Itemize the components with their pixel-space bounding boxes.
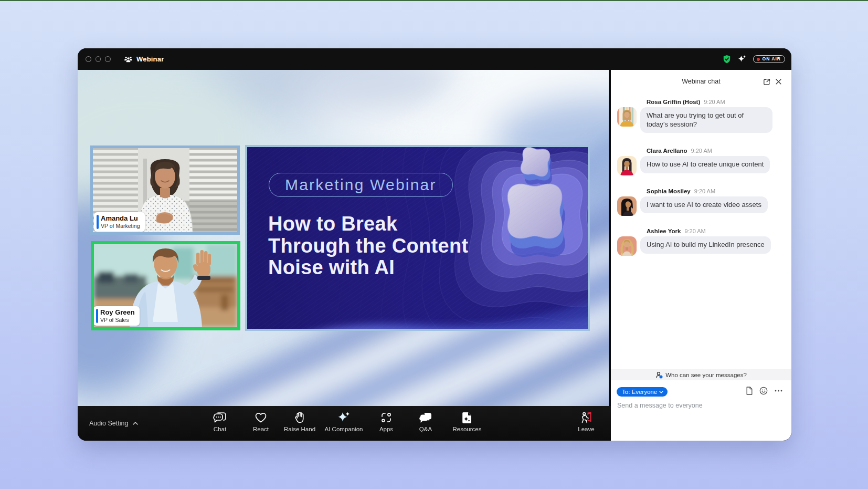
pop-out-icon[interactable] bbox=[763, 78, 770, 86]
toolbar-resources-button[interactable]: Resources bbox=[438, 411, 496, 433]
message-bubble: What are you trying to get out of today’… bbox=[640, 107, 772, 133]
app-title: Webinar bbox=[136, 55, 164, 63]
visibility-note-text: Who can see your messages? bbox=[665, 372, 747, 378]
participant-role: VP of Sales bbox=[100, 317, 135, 324]
message-time: 9:20 AM bbox=[704, 99, 725, 105]
ai-companion-titlebar-icon[interactable] bbox=[737, 55, 747, 64]
chat-header: Webinar chat bbox=[611, 70, 791, 93]
message-input[interactable]: Send a message to everyone bbox=[617, 402, 703, 409]
chat-message: Rosa Griffin (Host)9:20 AM What are you … bbox=[611, 98, 791, 133]
avatar-ashlee bbox=[617, 236, 637, 256]
message-time: 9:20 AM bbox=[694, 188, 715, 194]
resources-icon bbox=[461, 411, 473, 424]
on-air-label: ON AIR bbox=[763, 57, 781, 61]
message-bubble: How to use AI to create unique content bbox=[640, 156, 770, 173]
author-name: Clara Arellano bbox=[647, 148, 687, 154]
chat-message: Ashlee York9:20 AM Using AI to build my … bbox=[611, 227, 791, 254]
chevron-up-icon bbox=[133, 422, 138, 425]
titlebar: Webinar ON AIR bbox=[78, 48, 791, 70]
window-close-button[interactable] bbox=[86, 56, 91, 62]
avatar-rosa bbox=[617, 107, 637, 127]
message-author: Rosa Griffin (Host)9:20 AM bbox=[640, 98, 791, 106]
toolbar-item-label: Resources bbox=[453, 426, 482, 433]
toolbar-item-label: React bbox=[253, 426, 269, 433]
nametag-amanda: Amanda Lu VP of Marketing bbox=[94, 212, 145, 232]
security-shield-icon[interactable] bbox=[723, 55, 731, 64]
window-zoom-button[interactable] bbox=[105, 56, 111, 62]
chevron-down-icon bbox=[659, 391, 663, 393]
chat-message: Clara Arellano9:20 AM How to use AI to c… bbox=[611, 147, 791, 173]
webinar-app-window: Webinar ON AIR bbox=[78, 48, 791, 441]
nametag-roy: Roy Green VP of Sales bbox=[93, 306, 140, 326]
heart-icon bbox=[255, 411, 267, 424]
participant-name: Amanda Lu bbox=[101, 214, 140, 223]
slide-title-line: How to Break bbox=[268, 213, 468, 235]
on-air-badge: ON AIR bbox=[753, 55, 785, 63]
slide-badge: Marketing Webinar bbox=[269, 173, 453, 197]
toolbar-item-label: Raise Hand bbox=[284, 426, 315, 433]
message-bubble: I want to use AI to create video assets bbox=[640, 196, 768, 214]
message-author: Ashlee York9:20 AM bbox=[640, 227, 791, 235]
toolbar-leave-button[interactable]: Leave bbox=[557, 411, 615, 433]
toolbar-item-label: Leave bbox=[578, 426, 594, 433]
participant-role: VP of Marketing bbox=[101, 223, 140, 230]
message-bubble: Using AI to build my LinkedIn presence bbox=[640, 236, 771, 254]
avatar-clara bbox=[617, 156, 637, 175]
emoji-icon[interactable] bbox=[759, 387, 768, 395]
webinar-people-icon bbox=[124, 55, 133, 63]
recipient-label: To: Everyone bbox=[622, 389, 657, 395]
raise-hand-icon bbox=[294, 411, 305, 424]
slide-title-line: Noise with AI bbox=[268, 257, 468, 279]
participant-name: Roy Green bbox=[100, 308, 135, 317]
message-author: Sophia Mosiley9:20 AM bbox=[640, 188, 791, 195]
person-check-icon bbox=[655, 371, 663, 379]
message-time: 9:20 AM bbox=[691, 148, 712, 154]
chat-message-list: Rosa Griffin (Host)9:20 AM What are you … bbox=[611, 98, 791, 268]
author-name: Rosa Griffin (Host) bbox=[647, 99, 700, 105]
toolbar-item-label: Apps bbox=[379, 426, 393, 433]
audio-setting-label: Audio Setting bbox=[89, 420, 128, 427]
on-air-record-dot bbox=[757, 58, 760, 61]
window-minimize-button[interactable] bbox=[96, 56, 101, 62]
leave-icon bbox=[580, 411, 592, 424]
screen-top-line bbox=[0, 0, 868, 1]
ai-companion-icon bbox=[337, 411, 351, 424]
author-name: Sophia Mosiley bbox=[647, 188, 691, 194]
avatar-sophia bbox=[617, 196, 637, 216]
qa-icon bbox=[419, 411, 432, 424]
message-visibility-bar[interactable]: Who can see your messages? bbox=[611, 369, 791, 380]
video-tile-amanda[interactable]: Amanda Lu VP of Marketing bbox=[90, 145, 240, 235]
attach-file-icon[interactable] bbox=[746, 387, 753, 395]
recipient-selector[interactable]: To: Everyone bbox=[617, 387, 668, 397]
video-stage: Amanda Lu VP of Marketing bbox=[78, 70, 609, 406]
slide-title-line: Through the Content bbox=[268, 235, 468, 257]
chat-icon bbox=[213, 411, 227, 424]
apps-icon bbox=[380, 411, 393, 424]
close-icon[interactable] bbox=[776, 79, 781, 85]
window-controls bbox=[86, 56, 111, 62]
webinar-chat-panel: Webinar chat bbox=[611, 70, 791, 441]
shared-slide[interactable]: Marketing Webinar How to Break Through t… bbox=[245, 145, 590, 331]
toolbar-item-label: Q&A bbox=[419, 426, 432, 433]
message-time: 9:20 AM bbox=[684, 228, 705, 234]
bottom-toolbar: Audio Setting Chat React bbox=[78, 406, 611, 441]
chat-message: Sophia Mosiley9:20 AM I want to use AI t… bbox=[611, 188, 791, 214]
toolbar-item-label: Chat bbox=[214, 426, 226, 433]
audio-setting-button[interactable]: Audio Setting bbox=[89, 406, 138, 441]
slide-title: How to Break Through the Content Noise w… bbox=[268, 213, 468, 279]
more-options-icon[interactable] bbox=[775, 390, 782, 392]
message-author: Clara Arellano9:20 AM bbox=[640, 147, 791, 154]
video-tile-roy[interactable]: Roy Green VP of Sales bbox=[91, 241, 240, 330]
author-name: Ashlee York bbox=[647, 228, 681, 234]
